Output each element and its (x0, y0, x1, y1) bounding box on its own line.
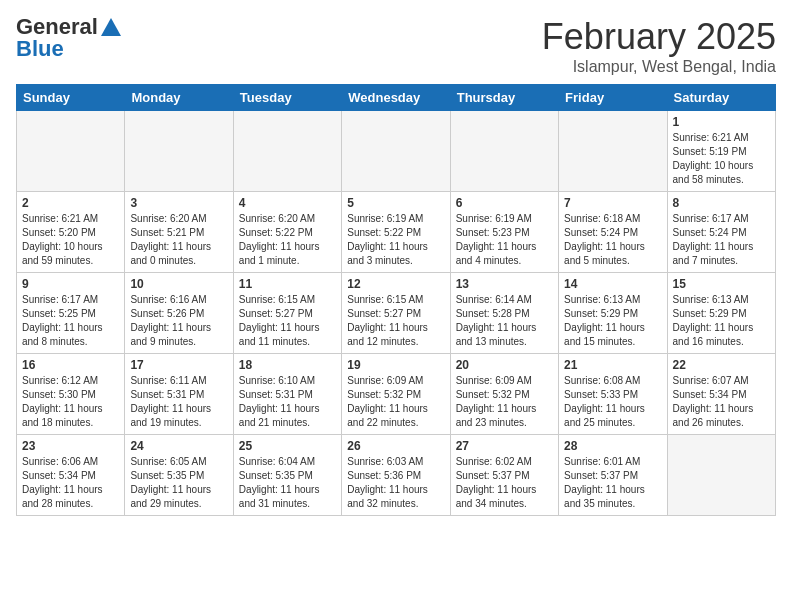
calendar-week-5: 23Sunrise: 6:06 AM Sunset: 5:34 PM Dayli… (17, 435, 776, 516)
day-number: 12 (347, 277, 444, 291)
month-title: February 2025 (542, 16, 776, 58)
day-header-monday: Monday (125, 85, 233, 111)
calendar-cell: 28Sunrise: 6:01 AM Sunset: 5:37 PM Dayli… (559, 435, 667, 516)
day-number: 17 (130, 358, 227, 372)
calendar-week-4: 16Sunrise: 6:12 AM Sunset: 5:30 PM Dayli… (17, 354, 776, 435)
calendar-cell: 22Sunrise: 6:07 AM Sunset: 5:34 PM Dayli… (667, 354, 775, 435)
day-header-saturday: Saturday (667, 85, 775, 111)
day-number: 24 (130, 439, 227, 453)
day-info: Sunrise: 6:15 AM Sunset: 5:27 PM Dayligh… (239, 293, 336, 349)
day-info: Sunrise: 6:13 AM Sunset: 5:29 PM Dayligh… (564, 293, 661, 349)
calendar-cell: 10Sunrise: 6:16 AM Sunset: 5:26 PM Dayli… (125, 273, 233, 354)
day-info: Sunrise: 6:13 AM Sunset: 5:29 PM Dayligh… (673, 293, 770, 349)
day-number: 26 (347, 439, 444, 453)
calendar-cell: 26Sunrise: 6:03 AM Sunset: 5:36 PM Dayli… (342, 435, 450, 516)
calendar-table: SundayMondayTuesdayWednesdayThursdayFrid… (16, 84, 776, 516)
day-info: Sunrise: 6:21 AM Sunset: 5:20 PM Dayligh… (22, 212, 119, 268)
day-number: 5 (347, 196, 444, 210)
calendar-cell: 1Sunrise: 6:21 AM Sunset: 5:19 PM Daylig… (667, 111, 775, 192)
day-info: Sunrise: 6:09 AM Sunset: 5:32 PM Dayligh… (347, 374, 444, 430)
title-block: February 2025 Islampur, West Bengal, Ind… (542, 16, 776, 76)
day-number: 23 (22, 439, 119, 453)
day-info: Sunrise: 6:07 AM Sunset: 5:34 PM Dayligh… (673, 374, 770, 430)
calendar-cell: 19Sunrise: 6:09 AM Sunset: 5:32 PM Dayli… (342, 354, 450, 435)
calendar-cell (233, 111, 341, 192)
calendar-header-row: SundayMondayTuesdayWednesdayThursdayFrid… (17, 85, 776, 111)
day-info: Sunrise: 6:09 AM Sunset: 5:32 PM Dayligh… (456, 374, 553, 430)
calendar-cell (450, 111, 558, 192)
day-header-sunday: Sunday (17, 85, 125, 111)
calendar-cell: 3Sunrise: 6:20 AM Sunset: 5:21 PM Daylig… (125, 192, 233, 273)
calendar-cell: 21Sunrise: 6:08 AM Sunset: 5:33 PM Dayli… (559, 354, 667, 435)
calendar-cell: 2Sunrise: 6:21 AM Sunset: 5:20 PM Daylig… (17, 192, 125, 273)
day-info: Sunrise: 6:11 AM Sunset: 5:31 PM Dayligh… (130, 374, 227, 430)
calendar-cell: 5Sunrise: 6:19 AM Sunset: 5:22 PM Daylig… (342, 192, 450, 273)
day-info: Sunrise: 6:17 AM Sunset: 5:24 PM Dayligh… (673, 212, 770, 268)
calendar-cell (342, 111, 450, 192)
day-info: Sunrise: 6:14 AM Sunset: 5:28 PM Dayligh… (456, 293, 553, 349)
logo-blue: Blue (16, 38, 64, 60)
day-info: Sunrise: 6:20 AM Sunset: 5:22 PM Dayligh… (239, 212, 336, 268)
day-info: Sunrise: 6:17 AM Sunset: 5:25 PM Dayligh… (22, 293, 119, 349)
location: Islampur, West Bengal, India (542, 58, 776, 76)
calendar-cell: 15Sunrise: 6:13 AM Sunset: 5:29 PM Dayli… (667, 273, 775, 354)
logo-icon (101, 18, 121, 36)
calendar-cell: 25Sunrise: 6:04 AM Sunset: 5:35 PM Dayli… (233, 435, 341, 516)
page-header: General Blue February 2025 Islampur, Wes… (16, 16, 776, 76)
day-number: 19 (347, 358, 444, 372)
day-info: Sunrise: 6:12 AM Sunset: 5:30 PM Dayligh… (22, 374, 119, 430)
logo: General Blue (16, 16, 121, 60)
day-number: 14 (564, 277, 661, 291)
day-header-tuesday: Tuesday (233, 85, 341, 111)
day-info: Sunrise: 6:02 AM Sunset: 5:37 PM Dayligh… (456, 455, 553, 511)
calendar-cell: 6Sunrise: 6:19 AM Sunset: 5:23 PM Daylig… (450, 192, 558, 273)
day-number: 6 (456, 196, 553, 210)
day-number: 2 (22, 196, 119, 210)
calendar-cell (667, 435, 775, 516)
day-number: 1 (673, 115, 770, 129)
calendar-cell: 8Sunrise: 6:17 AM Sunset: 5:24 PM Daylig… (667, 192, 775, 273)
day-number: 9 (22, 277, 119, 291)
day-number: 18 (239, 358, 336, 372)
day-number: 28 (564, 439, 661, 453)
calendar-cell: 20Sunrise: 6:09 AM Sunset: 5:32 PM Dayli… (450, 354, 558, 435)
calendar-week-1: 1Sunrise: 6:21 AM Sunset: 5:19 PM Daylig… (17, 111, 776, 192)
calendar-cell: 16Sunrise: 6:12 AM Sunset: 5:30 PM Dayli… (17, 354, 125, 435)
day-number: 16 (22, 358, 119, 372)
calendar-cell: 9Sunrise: 6:17 AM Sunset: 5:25 PM Daylig… (17, 273, 125, 354)
logo-general: General (16, 16, 98, 38)
calendar-cell: 27Sunrise: 6:02 AM Sunset: 5:37 PM Dayli… (450, 435, 558, 516)
calendar-week-2: 2Sunrise: 6:21 AM Sunset: 5:20 PM Daylig… (17, 192, 776, 273)
calendar-cell: 4Sunrise: 6:20 AM Sunset: 5:22 PM Daylig… (233, 192, 341, 273)
day-number: 10 (130, 277, 227, 291)
day-info: Sunrise: 6:20 AM Sunset: 5:21 PM Dayligh… (130, 212, 227, 268)
day-number: 25 (239, 439, 336, 453)
day-header-thursday: Thursday (450, 85, 558, 111)
calendar-cell: 17Sunrise: 6:11 AM Sunset: 5:31 PM Dayli… (125, 354, 233, 435)
calendar-cell: 24Sunrise: 6:05 AM Sunset: 5:35 PM Dayli… (125, 435, 233, 516)
day-number: 4 (239, 196, 336, 210)
day-info: Sunrise: 6:06 AM Sunset: 5:34 PM Dayligh… (22, 455, 119, 511)
day-header-wednesday: Wednesday (342, 85, 450, 111)
day-info: Sunrise: 6:05 AM Sunset: 5:35 PM Dayligh… (130, 455, 227, 511)
day-number: 27 (456, 439, 553, 453)
calendar-cell (125, 111, 233, 192)
day-info: Sunrise: 6:15 AM Sunset: 5:27 PM Dayligh… (347, 293, 444, 349)
calendar-cell: 12Sunrise: 6:15 AM Sunset: 5:27 PM Dayli… (342, 273, 450, 354)
calendar-cell (559, 111, 667, 192)
day-info: Sunrise: 6:04 AM Sunset: 5:35 PM Dayligh… (239, 455, 336, 511)
day-info: Sunrise: 6:01 AM Sunset: 5:37 PM Dayligh… (564, 455, 661, 511)
day-number: 13 (456, 277, 553, 291)
day-info: Sunrise: 6:03 AM Sunset: 5:36 PM Dayligh… (347, 455, 444, 511)
calendar-cell (17, 111, 125, 192)
day-number: 20 (456, 358, 553, 372)
day-info: Sunrise: 6:21 AM Sunset: 5:19 PM Dayligh… (673, 131, 770, 187)
day-header-friday: Friday (559, 85, 667, 111)
calendar-cell: 23Sunrise: 6:06 AM Sunset: 5:34 PM Dayli… (17, 435, 125, 516)
calendar-cell: 13Sunrise: 6:14 AM Sunset: 5:28 PM Dayli… (450, 273, 558, 354)
calendar-cell: 7Sunrise: 6:18 AM Sunset: 5:24 PM Daylig… (559, 192, 667, 273)
day-number: 21 (564, 358, 661, 372)
calendar-week-3: 9Sunrise: 6:17 AM Sunset: 5:25 PM Daylig… (17, 273, 776, 354)
day-number: 11 (239, 277, 336, 291)
day-number: 7 (564, 196, 661, 210)
